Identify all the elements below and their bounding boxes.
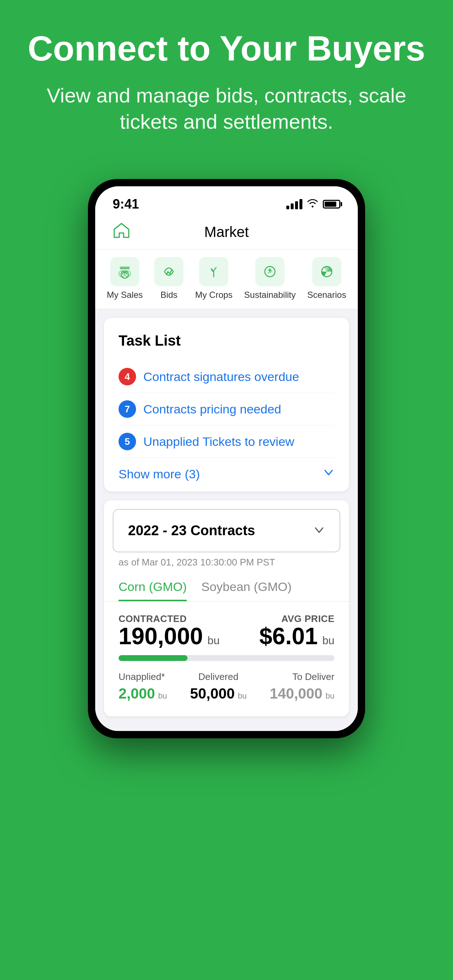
contracts-dropdown[interactable]: 2022 - 23 Contracts [113,509,340,552]
tab-bids-label: Bids [161,290,178,300]
progress-bar [118,655,335,661]
crop-tab-corn[interactable]: Corn (GMO) [118,580,187,601]
content-area: Task List 4 Contract signatures overdue … [95,309,358,731]
contracts-card: 2022 - 23 Contracts as of Mar 01, 2023 1… [104,500,349,716]
avg-price-value-row: $6.01 bu [259,625,335,648]
contracts-timestamp: as of Mar 01, 2023 10:30:00 PM PST [104,552,349,568]
delivery-value-delivered: 50,000 [190,686,234,702]
task-item-signatures[interactable]: 4 Contract signatures overdue [118,361,335,393]
delivery-unit-delivered: bu [238,691,247,700]
status-icons [286,198,340,210]
task-list-card: Task List 4 Contract signatures overdue … [104,318,349,492]
delivery-value-unapplied: 2,000 [118,686,155,702]
avg-price-section: AVG PRICE $6.01 bu [259,613,335,648]
task-item-pricing[interactable]: 7 Contracts pricing needed [118,393,335,425]
contracted-value-row: 190,000 bu [118,625,220,648]
delivery-unit-to-deliver: bu [326,691,335,700]
chevron-down-icon [323,467,335,481]
tab-my-crops-label: My Crops [195,290,233,300]
contracted-value: 190,000 [118,623,203,649]
contracts-row-main: CONTRACTED 190,000 bu AVG PRICE $6.01 [118,613,335,648]
tab-my-crops[interactable]: My Crops [195,257,233,300]
task-badge-signatures: 4 [118,368,136,385]
tab-my-sales[interactable]: My Sales [107,257,143,300]
progress-bar-fill [118,655,187,661]
contracted-unit: bu [207,635,220,646]
task-text-pricing: Contracts pricing needed [144,402,281,416]
delivery-col-unapplied: Unapplied* 2,000 bu [118,671,167,702]
signal-bars-icon [286,199,302,209]
tab-bar: My Sales Bids [95,250,358,309]
task-text-signatures: Contract signatures overdue [144,370,299,384]
tab-sustainability-label: Sustainability [244,290,295,300]
nav-header: Market [95,216,358,250]
hero-title: Connect to Your Buyers [22,29,431,68]
tab-sustainability[interactable]: Sustainability [244,257,295,300]
tab-scenarios-label: Scenarios [307,290,346,300]
delivery-label-delivered: Delivered [198,671,239,682]
tab-bids[interactable]: Bids [154,257,183,300]
dropdown-chevron-icon [313,524,325,538]
hero-subtitle: View and manage bids, contracts, scale t… [22,83,431,135]
contracts-data: CONTRACTED 190,000 bu AVG PRICE $6.01 [104,601,349,716]
contracted-section: CONTRACTED 190,000 bu [118,613,220,648]
task-badge-tickets: 5 [118,433,136,450]
show-more-row[interactable]: Show more (3) [118,458,335,484]
crop-tab-soybean[interactable]: Soybean (GMO) [201,580,292,601]
status-bar: 9:41 [95,186,358,216]
delivery-label-unapplied: Unapplied* [118,671,167,682]
bottom-green-fill [0,738,453,811]
tab-my-sales-label: My Sales [107,290,143,300]
delivery-label-to-deliver: To Deliver [292,671,335,682]
nav-title: Market [137,224,316,240]
delivery-col-to-deliver: To Deliver 140,000 bu [270,671,335,702]
phone-screen: 9:41 [95,186,358,731]
battery-icon [323,200,340,208]
hero-section: Connect to Your Buyers View and manage b… [0,0,453,157]
avg-price-unit: bu [322,635,335,646]
delivery-row: Unapplied* 2,000 bu Delivered 50,000 [118,671,335,702]
home-icon[interactable] [113,222,130,242]
avg-price-value: $6.01 [259,623,318,649]
delivery-value-to-deliver: 140,000 [270,686,322,702]
task-text-tickets: Unapplied Tickets to review [144,434,294,449]
contracts-dropdown-label: 2022 - 23 Contracts [128,523,255,538]
tab-scenarios[interactable]: Scenarios [307,257,346,300]
phone-container: 9:41 [0,157,453,738]
task-badge-pricing: 7 [118,400,136,418]
show-more-text: Show more (3) [118,467,200,481]
task-list-title: Task List [118,332,335,349]
task-item-tickets[interactable]: 5 Unapplied Tickets to review [118,425,335,458]
crop-tabs: Corn (GMO) Soybean (GMO) [104,568,349,601]
phone-frame: 9:41 [88,179,365,738]
delivery-unit-unapplied: bu [158,691,167,700]
delivery-col-delivered: Delivered 50,000 bu [190,671,247,702]
wifi-icon [307,198,318,210]
status-time: 9:41 [113,197,139,212]
